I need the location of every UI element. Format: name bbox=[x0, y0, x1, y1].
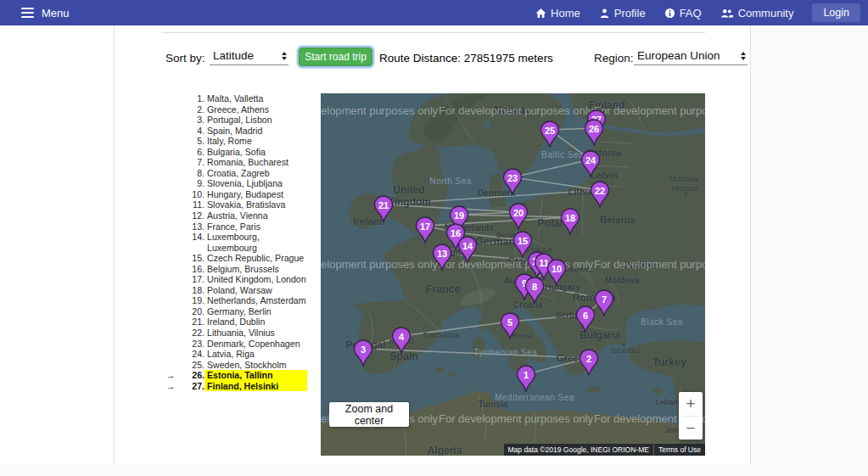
svg-text:7: 7 bbox=[602, 294, 607, 304]
route-item-city: Poland, Warsaw bbox=[204, 285, 307, 296]
map-marker-20[interactable]: 20 bbox=[508, 203, 529, 230]
route-list-item[interactable]: 7.Romania, Bucharest bbox=[190, 157, 307, 168]
svg-text:23: 23 bbox=[507, 172, 518, 182]
route-item-city: Slovenia, Ljubljana bbox=[204, 178, 307, 189]
map-marker-17[interactable]: 17 bbox=[415, 216, 435, 244]
map-marker-10[interactable]: 10 bbox=[546, 259, 567, 286]
navbar: Menu Home Profile FAQ Community Login bbox=[0, 0, 868, 25]
svg-text:8: 8 bbox=[532, 281, 537, 291]
login-button[interactable]: Login bbox=[812, 3, 860, 22]
route-list-item[interactable]: 11.Slovakia, Bratislava bbox=[190, 199, 307, 210]
route-list-item[interactable]: 10.Hungary, Budapest bbox=[190, 189, 307, 200]
svg-text:6: 6 bbox=[583, 310, 588, 320]
route-item-number: 10. bbox=[190, 189, 204, 200]
route-list-item[interactable]: 2.Greece, Athens bbox=[190, 104, 307, 115]
route-distance-text: Route Distance: 27851975 meters bbox=[379, 52, 553, 64]
route-list-item[interactable]: 25.Sweden, Stockholm bbox=[190, 360, 307, 371]
route-list-item[interactable]: 3.Portugal, Lisbon bbox=[190, 115, 307, 126]
menu-label[interactable]: Menu bbox=[42, 7, 70, 20]
zoom-out-button[interactable]: − bbox=[679, 417, 703, 440]
nav-item-faq[interactable]: FAQ bbox=[664, 7, 702, 20]
route-list-item[interactable]: 8.Croatia, Zagreb bbox=[190, 168, 307, 179]
route-list-item[interactable]: 14.Luxembourg, Luxembourg bbox=[190, 232, 307, 253]
route-item-number: 20. bbox=[190, 306, 204, 317]
nav-item-home[interactable]: Home bbox=[535, 7, 580, 20]
svg-text:18: 18 bbox=[565, 212, 575, 222]
top-divider bbox=[161, 32, 705, 33]
zoom-in-button[interactable]: + bbox=[679, 392, 703, 416]
route-list-item[interactable]: 19.Netherlands, Amsterdam bbox=[190, 295, 307, 306]
route-list-item[interactable]: 15.Czech Republic, Prague bbox=[190, 253, 307, 264]
sort-by-label: Sort by: bbox=[165, 52, 205, 64]
route-item-city: Hungary, Budapest bbox=[204, 189, 307, 200]
map-marker-21[interactable]: 21 bbox=[373, 195, 394, 222]
map-marker-23[interactable]: 23 bbox=[502, 168, 523, 195]
route-list-item[interactable]: 5.Italy, Rome bbox=[190, 136, 307, 147]
route-list-item[interactable]: →26.Estonia, Tallinn bbox=[190, 370, 307, 381]
terms-of-use-link[interactable]: Terms of Use bbox=[654, 444, 705, 456]
svg-text:3: 3 bbox=[361, 344, 366, 354]
svg-text:15: 15 bbox=[518, 235, 528, 245]
svg-text:10: 10 bbox=[552, 263, 562, 273]
home-icon bbox=[535, 8, 546, 19]
map-city-dot bbox=[684, 192, 687, 195]
hamburger-menu-icon[interactable] bbox=[21, 8, 34, 18]
map-marker-13[interactable]: 13 bbox=[432, 244, 452, 271]
map-marker-3[interactable]: 3 bbox=[353, 339, 373, 367]
route-item-city: Denmark, Copenhagen bbox=[204, 339, 307, 350]
map-marker-5[interactable]: 5 bbox=[500, 312, 520, 339]
map-canvas[interactable]: NorwayFinlandEstoniaLatviaLithuaniaBelar… bbox=[321, 93, 705, 456]
route-item-city: Czech Republic, Prague bbox=[204, 253, 307, 264]
route-item-number: 15. bbox=[190, 253, 204, 264]
map-marker-26[interactable]: 26 bbox=[584, 119, 604, 146]
route-list-item[interactable]: →27.Finland, Helsinki bbox=[190, 381, 307, 392]
zoom-and-center-button[interactable]: Zoom and center bbox=[329, 402, 409, 427]
map-marker-18[interactable]: 18 bbox=[560, 208, 580, 235]
svg-text:2: 2 bbox=[586, 353, 591, 363]
route-item-city: Lithuania, Vilnius bbox=[204, 328, 307, 339]
route-list-item[interactable]: 12.Austria, Vienna bbox=[190, 210, 307, 221]
route-list-item[interactable]: 21.Ireland, Dublin bbox=[190, 316, 307, 328]
route-list-item[interactable]: 6.Bulgaria, Sofia bbox=[190, 147, 307, 158]
route-list-item[interactable]: 13.France, Paris bbox=[190, 221, 307, 232]
map-marker-7[interactable]: 7 bbox=[594, 289, 614, 316]
route-item-city: Sweden, Stockholm bbox=[204, 360, 307, 371]
svg-text:21: 21 bbox=[378, 199, 389, 210]
route-list-item[interactable]: 17.United Kingdom, London bbox=[190, 274, 307, 285]
route-item-number: 13. bbox=[190, 221, 204, 232]
map-city-dot bbox=[622, 344, 625, 347]
map-marker-14[interactable]: 14 bbox=[457, 236, 478, 263]
current-leg-arrow: → bbox=[166, 381, 187, 392]
nav-item-community[interactable]: Community bbox=[720, 7, 794, 20]
start-road-trip-button[interactable]: Start road trip bbox=[299, 48, 372, 66]
map-marker-4[interactable]: 4 bbox=[391, 327, 412, 354]
route-item-city: Bulgaria, Sofia bbox=[204, 147, 307, 158]
region-select[interactable]: European Union bbox=[634, 47, 748, 65]
map-marker-2[interactable]: 2 bbox=[579, 349, 599, 376]
map-marker-24[interactable]: 24 bbox=[580, 150, 601, 177]
current-leg-arrow: → bbox=[166, 370, 187, 381]
map-marker-25[interactable]: 25 bbox=[540, 120, 560, 148]
route-list-item[interactable]: 9.Slovenia, Ljubljana bbox=[190, 178, 307, 189]
route-list-item[interactable]: 18.Poland, Warsaw bbox=[190, 285, 307, 296]
route-item-number: 3. bbox=[190, 115, 204, 126]
nav-item-profile[interactable]: Profile bbox=[599, 7, 646, 20]
route-list-item[interactable]: 4.Spain, Madrid bbox=[190, 126, 307, 137]
right-gutter bbox=[751, 25, 868, 476]
route-list-item[interactable]: 22.Lithuania, Vilnius bbox=[190, 328, 307, 339]
route-item-number: 1. bbox=[190, 93, 204, 104]
sort-select[interactable]: Latitude bbox=[210, 47, 288, 65]
map-marker-6[interactable]: 6 bbox=[575, 305, 596, 333]
route-list-item[interactable]: 20.Germany, Berlin bbox=[190, 306, 307, 317]
route-item-city: Netherlands, Amsterdam bbox=[204, 295, 307, 306]
route-item-city: Belgium, Brussels bbox=[204, 264, 307, 275]
route-item-city: Slovakia, Bratislava bbox=[204, 199, 307, 210]
map-marker-22[interactable]: 22 bbox=[590, 181, 610, 208]
map-marker-8[interactable]: 8 bbox=[524, 277, 545, 304]
route-list-item[interactable]: 16.Belgium, Brussels bbox=[190, 264, 307, 275]
route-list-item[interactable]: 24.Latvia, Riga bbox=[190, 349, 307, 360]
content-left-border bbox=[114, 25, 115, 465]
route-list-item[interactable]: 23.Denmark, Copenhagen bbox=[190, 339, 307, 350]
map-marker-1[interactable]: 1 bbox=[516, 365, 536, 392]
route-list-item[interactable]: 1.Malta, Valletta bbox=[190, 93, 307, 104]
